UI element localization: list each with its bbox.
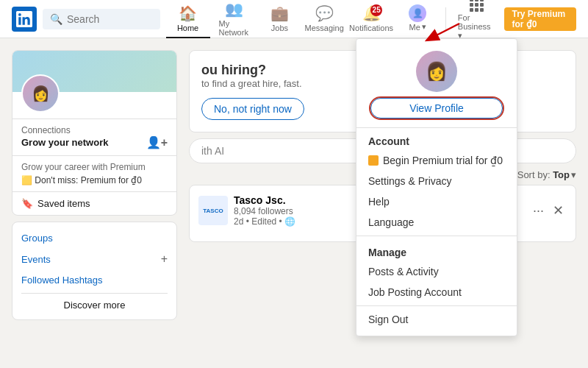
events-label: Events	[21, 254, 51, 265]
nav-items: 🏠 Home 👥 My Network 💼 Jobs 💬 Messaging 🔔…	[166, 0, 576, 38]
dropdown-item-sign-out[interactable]: Sign Out	[356, 309, 517, 330]
sidebar-item-hashtags[interactable]: Followed Hashtags	[21, 270, 168, 290]
post-actions: ··· ✕	[530, 201, 567, 220]
my-network-icon: 👥	[225, 0, 243, 18]
dropdown-item-premium[interactable]: Begin Premium trial for ₫0	[356, 150, 517, 171]
nav-messaging[interactable]: 💬 Messaging	[301, 0, 346, 38]
connections-value: Grow your network	[21, 137, 108, 148]
nav-business-label: For Business ▾	[458, 13, 496, 40]
connections-label: Connections	[21, 125, 168, 135]
nav-for-business[interactable]: For Business ▾	[452, 0, 502, 38]
dropdown-item-posts[interactable]: Posts & Activity	[356, 261, 517, 282]
post-close-button[interactable]: ✕	[550, 201, 567, 220]
nav-my-network[interactable]: 👥 My Network	[210, 0, 258, 38]
nav-me-label: Me ▾	[409, 22, 426, 32]
post-meta: 2d • Edited • 🌐	[234, 216, 295, 227]
discover-more-label: Discover more	[64, 300, 126, 311]
events-add-icon[interactable]: +	[161, 252, 168, 266]
left-sidebar: 👩 Connections Grow your network 👤+ Grow …	[12, 50, 177, 356]
nav-notifications[interactable]: 🔔 25 Notifications	[347, 0, 395, 38]
nav-notifications-label: Notifications	[349, 24, 393, 32]
dropdown-item-job-posting[interactable]: Job Posting Account	[356, 282, 517, 302]
posts-activity-label: Posts & Activity	[368, 266, 439, 277]
profile-avatar-wrap: 👩	[12, 74, 176, 113]
profile-avatar: 👩	[21, 74, 60, 113]
left-nav-section: Groups Events + Followed Hashtags Discov…	[12, 222, 177, 320]
saved-items-label: Saved items	[37, 198, 90, 209]
dropdown-user-section: 👩 View Profile	[356, 39, 517, 128]
manage-section-title: Manage	[356, 239, 517, 261]
view-profile-button[interactable]: View Profile	[370, 98, 503, 118]
sidebar-item-events[interactable]: Events +	[21, 248, 168, 270]
profile-card: 👩 Connections Grow your network 👤+ Grow …	[12, 50, 177, 216]
linkedin-logo	[12, 7, 37, 32]
nav-divider	[445, 7, 446, 31]
sort-value[interactable]: Top	[553, 169, 570, 180]
premium-section: Grow your career with Premium 🟨 Don't mi…	[12, 155, 176, 191]
job-posting-label: Job Posting Account	[368, 286, 462, 298]
saved-items[interactable]: 🔖 Saved items	[12, 191, 176, 215]
dropdown-divider	[356, 236, 517, 236]
ai-bar-text: ith AI	[201, 145, 224, 157]
groups-label: Groups	[21, 233, 53, 244]
nav-premium[interactable]: Try Premium for ₫0	[504, 7, 576, 31]
post-followers: 8,094 followers	[234, 206, 295, 216]
post-company-info: Tasco Jsc. 8,094 followers 2d • Edited •…	[234, 194, 295, 227]
dropdown-divider-2	[356, 305, 517, 306]
dropdown-premium-label: Begin Premium trial for ₫0	[383, 155, 503, 166]
nav-messaging-label: Messaging	[305, 24, 344, 32]
dropdown-item-language[interactable]: Language	[356, 212, 517, 233]
notifications-badge: 25	[370, 4, 382, 16]
post-more-button[interactable]: ···	[530, 201, 547, 220]
dropdown-item-settings[interactable]: Settings & Privacy	[356, 171, 517, 191]
me-dropdown: 👩 View Profile Account Begin Premium tri…	[356, 38, 517, 336]
discover-more[interactable]: Discover more	[21, 293, 168, 314]
me-avatar: 👤	[409, 4, 426, 22]
dropdown-item-help[interactable]: Help	[356, 191, 517, 212]
sign-out-label: Sign Out	[368, 314, 408, 325]
premium-cta[interactable]: 🟨 Don't miss: Premium for ₫0	[21, 175, 168, 185]
grid-icon	[470, 0, 484, 12]
account-section-title: Account	[356, 128, 517, 150]
post-logo-text: TASCO	[203, 208, 223, 214]
home-icon: 🏠	[179, 4, 197, 22]
sort-chevron[interactable]: ▾	[571, 169, 576, 180]
language-label: Language	[368, 216, 414, 228]
connections-link[interactable]: Grow your network 👤+	[21, 135, 168, 149]
me-chevron: ▾	[422, 22, 426, 32]
bookmark-icon: 🔖	[21, 198, 33, 209]
settings-label: Settings & Privacy	[368, 175, 452, 187]
post-company-name[interactable]: Tasco Jsc.	[234, 194, 295, 206]
search-icon: 🔍	[50, 13, 62, 25]
navbar: 🔍 🏠 Home 👥 My Network 💼 Jobs 💬 Messaging…	[0, 0, 588, 38]
premium-label: Try Premium for ₫0	[512, 9, 569, 29]
nav-my-network-label: My Network	[219, 19, 249, 37]
premium-text: Grow your career with Premium	[21, 162, 168, 172]
messaging-icon: 💬	[315, 4, 334, 22]
hashtags-label: Followed Hashtags	[21, 275, 103, 286]
premium-icon	[368, 155, 379, 166]
sidebar-item-groups[interactable]: Groups	[21, 228, 168, 248]
add-connection-icon[interactable]: 👤+	[146, 135, 168, 149]
jobs-icon: 💼	[270, 4, 289, 22]
connections-section: Connections Grow your network 👤+	[12, 118, 176, 155]
post-company-logo: TASCO	[198, 196, 228, 225]
nav-jobs[interactable]: 💼 Jobs	[257, 0, 301, 38]
dropdown-avatar: 👩	[416, 51, 457, 92]
no-not-right-now-button[interactable]: No, not right now	[201, 98, 304, 120]
search-input[interactable]	[67, 13, 153, 25]
nav-jobs-label: Jobs	[271, 24, 288, 32]
sort-label: Sort by:	[517, 169, 551, 180]
search-bar[interactable]: 🔍	[43, 9, 160, 29]
nav-home-label: Home	[177, 24, 198, 32]
nav-me[interactable]: 👤 Me ▾	[395, 0, 440, 38]
nav-home[interactable]: 🏠 Home	[166, 0, 210, 38]
help-label: Help	[368, 196, 390, 208]
